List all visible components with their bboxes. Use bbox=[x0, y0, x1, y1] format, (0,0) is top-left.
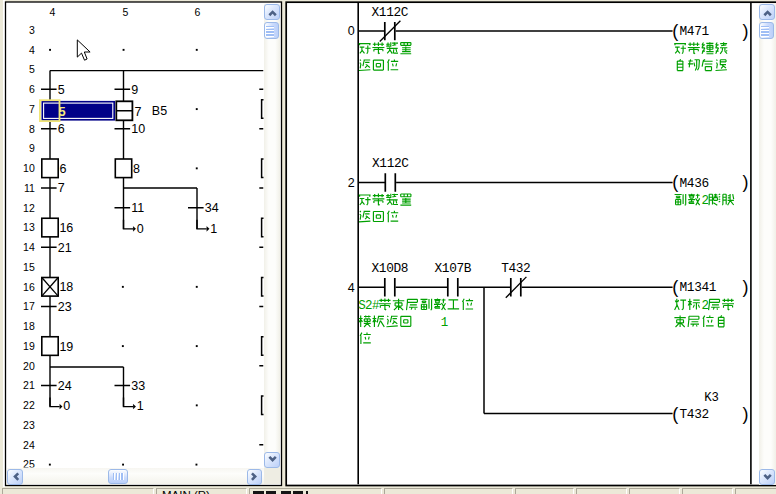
svg-text:X10D8: X10D8 bbox=[371, 261, 408, 276]
svg-text:33: 33 bbox=[131, 379, 145, 393]
svg-text:34: 34 bbox=[205, 201, 219, 215]
svg-text:22: 22 bbox=[23, 399, 35, 411]
svg-text:23: 23 bbox=[58, 300, 72, 314]
svg-text:19: 19 bbox=[59, 340, 73, 354]
svg-text:T432: T432 bbox=[680, 407, 709, 422]
svg-text:8: 8 bbox=[29, 123, 35, 135]
svg-text:4: 4 bbox=[50, 6, 56, 18]
svg-text:13: 13 bbox=[23, 221, 35, 233]
svg-text:4: 4 bbox=[348, 281, 355, 295]
svg-text:K3: K3 bbox=[704, 391, 718, 405]
svg-text:1: 1 bbox=[210, 222, 217, 236]
svg-text:15: 15 bbox=[23, 261, 35, 273]
svg-text:10: 10 bbox=[23, 162, 35, 174]
svg-text:(: ( bbox=[672, 404, 678, 424]
svg-text:9: 9 bbox=[29, 142, 35, 154]
svg-text:7: 7 bbox=[58, 181, 65, 195]
svg-text:): ) bbox=[743, 21, 749, 41]
svg-text:X112C: X112C bbox=[372, 156, 409, 171]
svg-text:9: 9 bbox=[131, 83, 138, 97]
svg-text:6: 6 bbox=[58, 122, 65, 136]
svg-text:5: 5 bbox=[58, 104, 65, 119]
svg-text:21: 21 bbox=[23, 379, 35, 391]
svg-text:5: 5 bbox=[58, 83, 65, 97]
svg-text:19: 19 bbox=[23, 340, 35, 352]
svg-text:B5: B5 bbox=[152, 104, 167, 118]
svg-text:): ) bbox=[743, 404, 749, 424]
svg-text:5: 5 bbox=[123, 6, 129, 18]
svg-text:8: 8 bbox=[133, 162, 140, 176]
svg-text:0: 0 bbox=[63, 399, 70, 413]
svg-text:0: 0 bbox=[348, 24, 355, 38]
svg-text:X107B: X107B bbox=[434, 261, 471, 276]
svg-text:12: 12 bbox=[23, 202, 35, 214]
svg-text:24: 24 bbox=[23, 439, 35, 451]
svg-text:18: 18 bbox=[59, 280, 73, 294]
svg-text:6: 6 bbox=[29, 83, 35, 95]
svg-text:17: 17 bbox=[23, 300, 35, 312]
svg-text:21: 21 bbox=[58, 241, 72, 255]
svg-text:M436: M436 bbox=[680, 176, 709, 191]
svg-text:0: 0 bbox=[137, 222, 144, 236]
svg-text:X112C: X112C bbox=[371, 5, 408, 20]
svg-text:M471: M471 bbox=[680, 24, 710, 39]
svg-text:2: 2 bbox=[701, 299, 709, 313]
svg-text:T432: T432 bbox=[501, 261, 530, 276]
svg-text:(: ( bbox=[672, 172, 678, 192]
svg-text:16: 16 bbox=[23, 281, 35, 293]
svg-text:20: 20 bbox=[23, 360, 35, 372]
svg-text:24: 24 bbox=[58, 379, 72, 393]
svg-text:23: 23 bbox=[23, 419, 35, 431]
svg-text:3: 3 bbox=[29, 24, 35, 36]
svg-text:(: ( bbox=[672, 21, 678, 41]
svg-text:M1341: M1341 bbox=[680, 280, 717, 295]
svg-text:1: 1 bbox=[137, 399, 144, 413]
svg-text:7: 7 bbox=[135, 105, 142, 119]
svg-text:2: 2 bbox=[701, 194, 709, 208]
svg-text:): ) bbox=[743, 277, 749, 297]
svg-text:16: 16 bbox=[59, 221, 73, 235]
svg-text:): ) bbox=[743, 172, 749, 192]
svg-text:#: # bbox=[372, 299, 380, 313]
svg-text:6: 6 bbox=[195, 6, 201, 18]
svg-text:2: 2 bbox=[348, 176, 355, 190]
svg-text:6: 6 bbox=[59, 162, 66, 176]
svg-text:5: 5 bbox=[29, 63, 35, 75]
svg-text:7: 7 bbox=[29, 103, 35, 115]
svg-text:14: 14 bbox=[23, 241, 35, 253]
svg-text:18: 18 bbox=[23, 320, 35, 332]
svg-text:11: 11 bbox=[24, 182, 35, 194]
svg-text:1: 1 bbox=[441, 316, 449, 330]
svg-text:(: ( bbox=[672, 277, 678, 297]
svg-text:10: 10 bbox=[131, 122, 145, 136]
svg-text:11: 11 bbox=[131, 201, 144, 215]
svg-text:4: 4 bbox=[29, 44, 35, 56]
